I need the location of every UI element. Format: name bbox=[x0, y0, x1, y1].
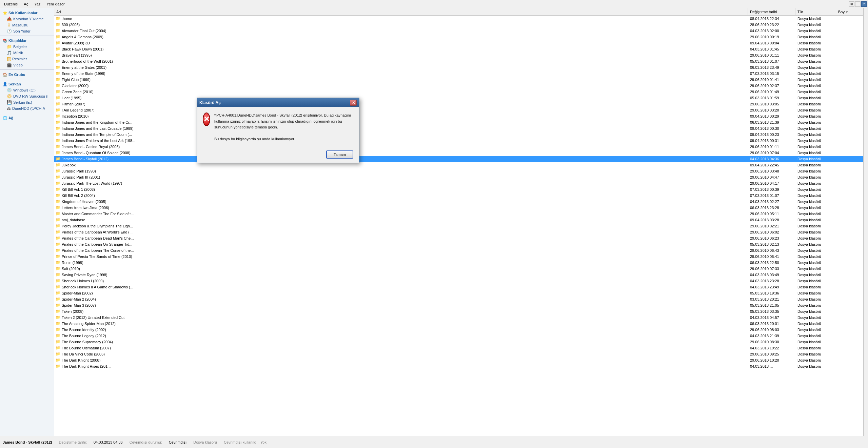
table-row[interactable]: 📁The Bourne Identity (2002)29.06.2010 08… bbox=[54, 327, 863, 333]
table-row[interactable]: 📁The Dark Knight (2008)29.06.2010 10:20D… bbox=[54, 357, 863, 363]
table-row[interactable]: 📁Taken (2008)05.03.2013 03:35Dosya klasö… bbox=[54, 308, 863, 314]
table-row[interactable]: 📁Jurassic Park The Lost World (1997)29.0… bbox=[54, 180, 863, 186]
file-type: Dosya klasörü bbox=[795, 17, 836, 21]
homegroup-header[interactable]: 🏠 Ev Grubu bbox=[0, 71, 54, 78]
table-row[interactable]: 📁Jurassic Park (1993)29.06.2010 03:48Dos… bbox=[54, 168, 863, 174]
sidebar-item-desktop[interactable]: 🖥 Masaüstü bbox=[0, 22, 54, 28]
table-row[interactable]: 📁James Bond - Skyfall (2012)04.03.2013 0… bbox=[54, 156, 863, 162]
col-name[interactable]: Ad bbox=[54, 8, 748, 15]
table-row[interactable]: 📁Jurassic Park III (2001)29.06.2010 04:4… bbox=[54, 174, 863, 180]
sidebar-item-c[interactable]: 💿 Windows (C:) bbox=[0, 87, 54, 93]
table-row[interactable]: 📁Indiana Jones and the Last Crusade (198… bbox=[54, 125, 863, 131]
col-size[interactable]: Boyut bbox=[836, 8, 863, 15]
sidebar-item-e[interactable]: 💾 Serkan (E:) bbox=[0, 99, 54, 105]
table-row[interactable]: 📁Indiana Jones Raiders of the Lost Ark (… bbox=[54, 138, 863, 144]
table-row[interactable]: 📁Kill Bill Vol. 1 (2003)07.03.2013 00:39… bbox=[54, 186, 863, 192]
folder-icon: 📁 bbox=[56, 260, 60, 265]
table-row[interactable]: 📁James Bond - Casino Royal (2006)29.06.2… bbox=[54, 144, 863, 150]
table-row[interactable]: 📁Inception (2010)09.04.2013 00:29Dosya k… bbox=[54, 113, 863, 119]
sidebar-item-documents[interactable]: 📁 Belgeler bbox=[0, 44, 54, 50]
file-modified: 29.06.2010 08:03 bbox=[748, 328, 795, 332]
file-type: Dosya klasörü bbox=[795, 352, 836, 356]
table-row[interactable]: 📁The Bourne Legacy (2012)04.03.2013 21:3… bbox=[54, 333, 863, 339]
table-row[interactable]: 📁Sherlock Holmes I (2009)04.03.2013 23:2… bbox=[54, 278, 863, 284]
col-modified[interactable]: Değiştirme tarihi bbox=[748, 8, 795, 15]
table-row[interactable]: 📁Enemy of the State (1998)07.03.2013 03:… bbox=[54, 70, 863, 77]
table-row[interactable]: 📁Alexander Final Cut (2004)04.03.2013 02… bbox=[54, 28, 863, 34]
view-icons-btn[interactable]: ⊞ bbox=[849, 1, 854, 7]
network-header[interactable]: 🌐 Ağ bbox=[0, 115, 54, 121]
view-details-btn[interactable]: ☰ bbox=[855, 1, 861, 7]
table-row[interactable]: 📁Angels & Demons (2009)29.06.2010 00:19D… bbox=[54, 34, 863, 40]
status-desc: Dosya klasörü bbox=[193, 440, 217, 444]
table-row[interactable]: 📁I Am Legend (2007)29.06.2010 03:20Dosya… bbox=[54, 107, 863, 113]
table-row[interactable]: 📁Indiana Jones and the Kingdom of the Cr… bbox=[54, 119, 863, 125]
table-row[interactable]: 📁Kill Bill Vol. 2 (2004)07.03.2013 01:07… bbox=[54, 192, 863, 199]
table-row[interactable]: 📁Sherlock Holmes II A Game of Shadows (.… bbox=[54, 284, 863, 290]
table-row[interactable]: 📁Jukebox09.04.2013 22:45Dosya klasörü bbox=[54, 162, 863, 168]
table-row[interactable]: 📁Hitman (2007)29.06.2010 03:05Dosya klas… bbox=[54, 101, 863, 107]
file-name: Indiana Jones and the Last Crusade (1989… bbox=[62, 126, 134, 130]
table-row[interactable]: 📁Brotherhood of the Wolf (2001)05.03.201… bbox=[54, 58, 863, 64]
sidebar-item-recent[interactable]: 🕐 Son Yerler bbox=[0, 28, 54, 34]
table-row[interactable]: 📁Spider-Man (2002)05.03.2013 19:36Dosya … bbox=[54, 290, 863, 296]
table-row[interactable]: 📁Avatar (2009) 3D09.04.2013 00:04Dosya k… bbox=[54, 40, 863, 46]
file-type: Dosya klasörü bbox=[795, 224, 836, 228]
sidebar-item-dvd[interactable]: 📀 DVD RW Sürücüsü (I bbox=[0, 93, 54, 99]
table-row[interactable]: 📁300 (2006)28.06.2010 23:22Dosya klasörü bbox=[54, 22, 863, 28]
table-row[interactable]: 📁Fight Club (1999)29.06.2010 01:41Dosya … bbox=[54, 77, 863, 83]
table-row[interactable]: 📁Gladiator (2000)29.06.2010 02:37Dosya k… bbox=[54, 83, 863, 89]
table-row[interactable]: 📁The Amazing Spider-Man (2012)06.03.2013… bbox=[54, 321, 863, 327]
sidebar-item-pictures[interactable]: 🖼 Resimler bbox=[0, 56, 54, 62]
table-row[interactable]: 📁Letters from Iwo Jima (2006)06.03.2013 … bbox=[54, 205, 863, 211]
table-row[interactable]: 📁Prince of Persia The Sands of Time (201… bbox=[54, 253, 863, 260]
table-row[interactable]: 📁The Bourne Supremacy (2004)29.06.2010 0… bbox=[54, 339, 863, 345]
table-row[interactable]: 📁Saving Private Ryan (1998)04.03.2013 03… bbox=[54, 272, 863, 278]
table-row[interactable]: 📁Pirates of the Caribbean On Stranger Ti… bbox=[54, 241, 863, 247]
table-row[interactable]: 📁Enemy at the Gates (2001)06.03.2013 23:… bbox=[54, 64, 863, 70]
scrollbar[interactable] bbox=[863, 8, 868, 436]
col-type[interactable]: Tür bbox=[795, 8, 836, 15]
table-row[interactable]: 📁Green Zone (2010)29.06.2010 01:49Dosya … bbox=[54, 89, 863, 95]
table-row[interactable]: 📁James Bond - Quantum Of Solace (2008)29… bbox=[54, 150, 863, 156]
table-row[interactable]: 📁Master and Commander The Far Side of t.… bbox=[54, 211, 863, 217]
dialog-ok-button[interactable]: Tamam bbox=[326, 150, 353, 159]
table-row[interactable]: 📁Salt (2010)29.06.2010 07:33Dosya klasör… bbox=[54, 266, 863, 272]
favorites-header[interactable]: ⭐ Sık Kullanılanlar bbox=[0, 9, 54, 16]
sidebar-item-video[interactable]: 🎬 Video bbox=[0, 62, 54, 68]
table-row[interactable]: 📁Pirates of the Caribbean Dead Man's Che… bbox=[54, 235, 863, 241]
table-row[interactable]: 📁Heat (1995)05.03.2013 01:59Dosya klasör… bbox=[54, 95, 863, 101]
sidebar-item-downloads[interactable]: 📥 Karşıdan Yükleme... bbox=[0, 16, 54, 22]
folder-icon: 📁 bbox=[56, 352, 60, 356]
table-row[interactable]: 📁Spider-Man 3 (2007)05.03.2013 21:05Dosy… bbox=[54, 302, 863, 308]
file-modified: 09.04.2013 03:28 bbox=[748, 218, 795, 222]
file-type: Dosya klasörü bbox=[795, 346, 836, 350]
serkan-header[interactable]: 👤 Serkan bbox=[0, 81, 54, 87]
sidebar-item-music[interactable]: 🎵 Müzik bbox=[0, 50, 54, 56]
help-btn[interactable]: ? bbox=[861, 1, 867, 7]
table-row[interactable]: 📁Spider-Man 2 (2004)03.03.2013 20:21Dosy… bbox=[54, 296, 863, 302]
table-row[interactable]: 📁Black Hawk Down (2001)04.03.2013 01:45D… bbox=[54, 46, 863, 52]
file-name: Enemy of the State (1998) bbox=[62, 72, 105, 76]
table-row[interactable]: 📁Braveheart (1995)29.06.2010 01:11Dosya … bbox=[54, 52, 863, 58]
table-row[interactable]: 📁.home08.04.2013 22:34Dosya klasörü bbox=[54, 16, 863, 22]
table-row[interactable]: 📁The Dark Knight Rises (201...04.03.2013… bbox=[54, 363, 863, 369]
table-row[interactable]: 📁Taken 2 (2012) Unrated Extended Cut04.0… bbox=[54, 314, 863, 321]
table-row[interactable]: 📁Percy Jackson & the Olympians The Ligh.… bbox=[54, 223, 863, 229]
menu-ac[interactable]: Aç bbox=[21, 1, 31, 7]
dialog-close-button[interactable]: ✕ bbox=[350, 100, 357, 106]
menu-yeni-klasor[interactable]: Yeni klasör bbox=[44, 1, 67, 7]
table-row[interactable]: 📁Pirates of the Caribbean The Curse of t… bbox=[54, 247, 863, 253]
folder-icon: 📁 bbox=[56, 175, 60, 179]
libraries-header[interactable]: 📚 Kitaplıklar bbox=[0, 37, 54, 44]
table-row[interactable]: 📁Kingdom of Heaven (2005)04.03.2013 02:2… bbox=[54, 199, 863, 205]
menu-duzenle[interactable]: Düzenle bbox=[1, 1, 20, 7]
table-row[interactable]: 📁Ronin (1998)06.03.2013 22:50Dosya klasö… bbox=[54, 260, 863, 266]
menu-yaz[interactable]: Yaz bbox=[32, 1, 43, 7]
table-row[interactable]: 📁Pirates of the Caribbean At World's End… bbox=[54, 229, 863, 235]
sidebar-item-dunehdd[interactable]: 🖧 DuneHDD (\\PCH-A bbox=[0, 105, 54, 111]
table-row[interactable]: 📁The Da Vinci Code (2006)29.06.2010 09:2… bbox=[54, 351, 863, 357]
table-row[interactable]: 📁The Bourne Ultimatum (2007)04.03.2013 1… bbox=[54, 345, 863, 351]
table-row[interactable]: 📁nmj_database09.04.2013 03:28Dosya klasö… bbox=[54, 217, 863, 223]
table-row[interactable]: 📁Indiana Jones and the Temple of Doom (.… bbox=[54, 131, 863, 138]
